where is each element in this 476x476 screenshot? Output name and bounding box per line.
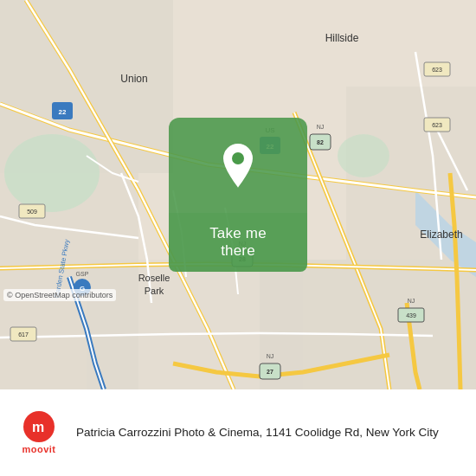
map-container: 22 US 22 82 NJ 28 NJ 509 623 623 617 439… <box>0 0 476 389</box>
svg-text:Roselle: Roselle <box>138 273 170 283</box>
svg-text:439: 439 <box>406 312 416 318</box>
svg-text:27: 27 <box>267 369 273 375</box>
place-name-text: Patricia Carrozzini Photo & Cinema, 1141… <box>76 426 439 439</box>
svg-text:m: m <box>32 420 44 434</box>
location-pin-area <box>169 118 307 213</box>
button-overlay: Take me there <box>169 118 307 272</box>
svg-point-7 <box>338 134 389 177</box>
svg-text:Union: Union <box>120 73 147 85</box>
svg-text:623: 623 <box>432 122 442 128</box>
svg-point-42 <box>232 152 244 164</box>
svg-text:Elizabeth: Elizabeth <box>420 228 462 241</box>
svg-text:NJ: NJ <box>267 353 274 359</box>
svg-text:22: 22 <box>59 108 67 116</box>
location-pin-icon <box>219 143 257 188</box>
svg-text:Park: Park <box>145 286 164 296</box>
moovit-logo: m moovit <box>12 411 66 454</box>
svg-text:623: 623 <box>432 67 442 73</box>
svg-text:509: 509 <box>27 209 37 215</box>
osm-attribution: © OpenStreetMap contributors <box>3 289 116 301</box>
bottom-bar: m moovit Patricia Carrozzini Photo & Cin… <box>0 389 476 476</box>
take-me-there-button[interactable]: Take me there <box>169 213 307 272</box>
svg-text:82: 82 <box>317 139 324 145</box>
svg-point-6 <box>4 134 100 212</box>
svg-text:NJ: NJ <box>408 298 415 304</box>
svg-text:617: 617 <box>18 331 29 338</box>
moovit-app-icon: m <box>23 411 55 442</box>
svg-text:NJ: NJ <box>317 124 325 130</box>
svg-text:GSP: GSP <box>76 271 89 277</box>
place-info: Patricia Carrozzini Photo & Cinema, 1141… <box>76 424 464 441</box>
svg-text:Hillside: Hillside <box>325 32 359 44</box>
moovit-brand-text: moovit <box>22 444 55 454</box>
